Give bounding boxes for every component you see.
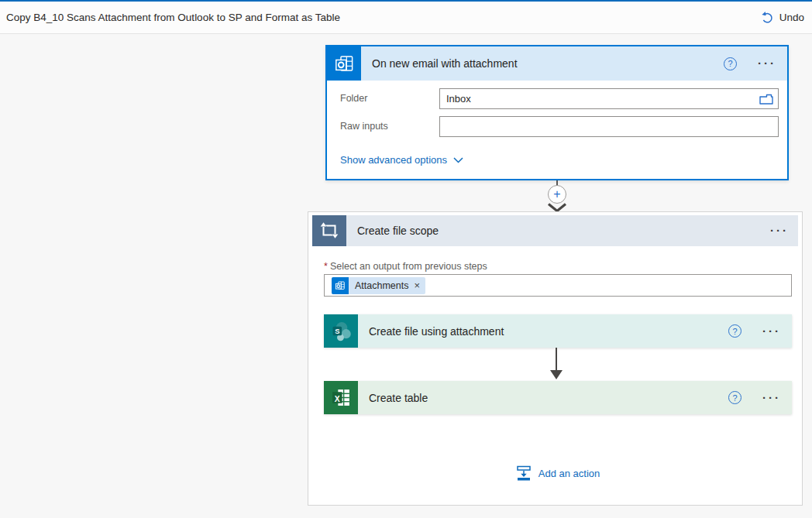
undo-label: Undo bbox=[779, 12, 804, 23]
folder-input[interactable] bbox=[439, 88, 779, 109]
more-menu-icon[interactable]: ··· bbox=[758, 60, 776, 67]
insert-step-button[interactable]: + bbox=[548, 185, 566, 204]
svg-text:X: X bbox=[334, 395, 339, 403]
help-icon[interactable]: ? bbox=[728, 324, 741, 338]
undo-icon bbox=[761, 11, 774, 24]
scope-card: Create file scope ··· *Select an output … bbox=[308, 211, 803, 506]
raw-inputs-label: Raw inputs bbox=[340, 121, 388, 132]
token-label: Attachments bbox=[355, 280, 408, 291]
outlook-icon bbox=[327, 46, 361, 81]
excel-icon: X bbox=[324, 381, 358, 414]
trigger-card: On new email with attachment ? ··· Folde… bbox=[325, 45, 789, 180]
trigger-card-header[interactable]: On new email with attachment ? ··· bbox=[327, 46, 787, 81]
show-advanced-options-label: Show advanced options bbox=[340, 154, 447, 166]
more-menu-icon[interactable]: ··· bbox=[762, 394, 781, 402]
chevron-down-icon bbox=[453, 157, 463, 163]
token-remove-button[interactable]: × bbox=[414, 280, 420, 290]
scope-title: Create file scope bbox=[357, 225, 439, 237]
folder-label: Folder bbox=[340, 93, 367, 104]
svg-text:S: S bbox=[335, 328, 339, 335]
more-menu-icon[interactable]: ··· bbox=[770, 227, 789, 235]
top-bar: Copy B4_10 Scans Attachment from Outlook… bbox=[0, 0, 812, 34]
add-action-label: Add an action bbox=[538, 468, 600, 479]
outlook-token-icon bbox=[332, 277, 349, 294]
folder-picker-button[interactable] bbox=[758, 91, 775, 106]
sharepoint-icon: S bbox=[324, 314, 358, 348]
sharepoint-action-card[interactable]: S Create file using attachment ? ··· bbox=[324, 314, 792, 348]
add-action-icon bbox=[516, 465, 532, 481]
select-output-label-text: Select an output from previous steps bbox=[330, 261, 487, 272]
attachments-token[interactable]: Attachments × bbox=[332, 277, 425, 294]
excel-action-card[interactable]: X Create table ? ··· bbox=[324, 381, 792, 414]
trigger-title: On new email with attachment bbox=[372, 57, 518, 70]
output-token-input[interactable]: Attachments × bbox=[324, 274, 792, 297]
show-advanced-options-link[interactable]: Show advanced options bbox=[340, 154, 463, 166]
select-output-label: *Select an output from previous steps bbox=[324, 261, 487, 272]
scope-icon bbox=[312, 215, 346, 246]
connector-arrow-icon bbox=[549, 348, 564, 380]
raw-inputs-input[interactable] bbox=[439, 116, 779, 137]
help-icon[interactable]: ? bbox=[724, 57, 737, 70]
more-menu-icon[interactable]: ··· bbox=[762, 328, 781, 335]
undo-button[interactable]: Undo bbox=[761, 11, 804, 24]
required-marker: * bbox=[324, 261, 328, 272]
flow-title: Copy B4_10 Scans Attachment from Outlook… bbox=[6, 12, 340, 23]
excel-action-title: Create table bbox=[369, 392, 428, 404]
scope-card-header[interactable]: Create file scope ··· bbox=[312, 215, 798, 246]
add-action-button[interactable]: Add an action bbox=[516, 465, 600, 481]
folder-icon bbox=[759, 94, 773, 105]
sharepoint-action-title: Create file using attachment bbox=[369, 325, 504, 338]
help-icon[interactable]: ? bbox=[728, 391, 741, 404]
